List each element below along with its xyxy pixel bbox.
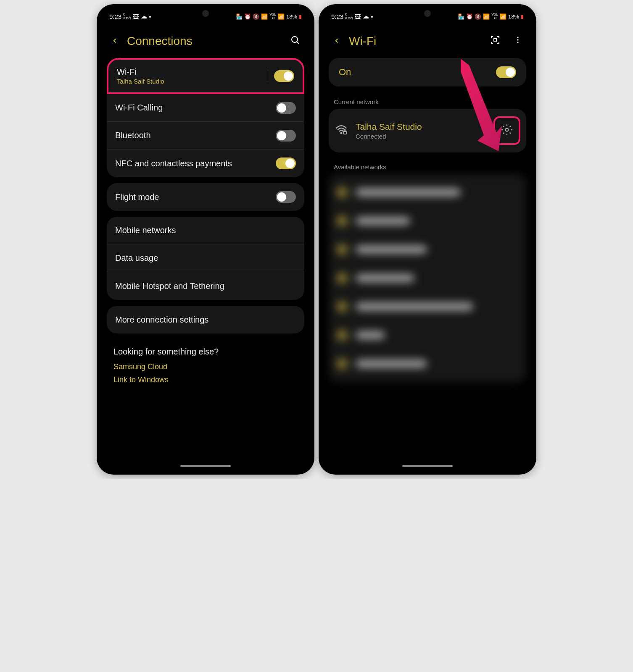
data-usage-label: Data usage: [115, 253, 158, 263]
mute-icon: 🔇: [253, 13, 259, 20]
cloud-icon: ☁: [141, 13, 147, 20]
back-icon[interactable]: [333, 35, 340, 47]
battery-icon: ▮: [521, 13, 524, 20]
status-time: 9:23: [331, 13, 343, 20]
more-card: More connection settings: [107, 306, 304, 333]
signal-icon: 📶: [278, 13, 285, 20]
lte-icon: VoLLTE: [491, 13, 498, 20]
alarm-icon: ⏰: [466, 13, 473, 20]
wifi-row-highlighted[interactable]: Wi-Fi Talha Saif Studio: [107, 58, 304, 94]
flight-card: Flight mode: [107, 183, 304, 211]
nfc-label: NFC and contactless payments: [115, 159, 276, 168]
more-row[interactable]: More connection settings: [107, 306, 304, 333]
header: Wi-Fi: [323, 22, 532, 58]
available-networks-blurred: [329, 174, 526, 382]
wifi-calling-row[interactable]: Wi-Fi Calling: [107, 94, 304, 122]
dot-icon: •: [149, 13, 151, 20]
current-network-label: Current network: [323, 96, 532, 109]
svg-rect-8: [343, 131, 347, 134]
lte-icon: VoLLTE: [269, 13, 276, 20]
hotspot-label: Mobile Hotspot and Tethering: [115, 281, 224, 291]
network-settings-button[interactable]: [493, 116, 520, 145]
data-usage-row[interactable]: Data usage: [107, 244, 304, 272]
network-name: Talha Saif Studio: [356, 122, 486, 132]
wifi-label: Wi-Fi: [117, 67, 268, 77]
camera-notch: [202, 10, 209, 17]
network-card: Mobile networks Data usage Mobile Hotspo…: [107, 217, 304, 300]
phone-left: 9:23 0KB/s 🖼 ☁ • 🏪 ⏰ 🔇 📶 VoLLTE 📶 13% ▮: [97, 4, 314, 475]
svg-point-7: [341, 133, 342, 134]
hotspot-row[interactable]: Mobile Hotspot and Tethering: [107, 272, 304, 300]
bluetooth-label: Bluetooth: [115, 131, 276, 140]
available-networks-label: Available networks: [323, 161, 532, 174]
status-speed: 0KB/s: [345, 13, 353, 20]
svg-point-4: [517, 37, 518, 38]
footer-link-link-to-windows[interactable]: Link to Windows: [113, 375, 298, 384]
signal-icon: 📶: [500, 13, 506, 20]
more-label: More connection settings: [115, 315, 208, 325]
gallery-icon: 🖼: [133, 13, 139, 20]
wifi-sublabel: Talha Saif Studio: [117, 78, 268, 85]
store-icon: 🏪: [236, 13, 243, 20]
battery-text: 13%: [508, 13, 519, 20]
qr-scan-icon[interactable]: [490, 35, 500, 47]
nav-bar[interactable]: [402, 465, 453, 467]
on-label: On: [339, 67, 496, 78]
search-icon[interactable]: [290, 35, 300, 47]
wifi-status-icon: 📶: [483, 13, 490, 20]
current-network-card: Talha Saif Studio Connected: [329, 109, 526, 152]
footer-link-samsung-cloud[interactable]: Samsung Cloud: [113, 362, 298, 371]
status-time: 9:23: [109, 13, 121, 20]
nfc-toggle[interactable]: [276, 158, 296, 169]
flight-toggle[interactable]: [276, 191, 296, 203]
nav-bar[interactable]: [180, 465, 231, 467]
footer-heading: Looking for something else?: [113, 347, 298, 357]
gallery-icon: 🖼: [355, 13, 361, 20]
svg-point-9: [506, 129, 509, 131]
wifi-calling-toggle[interactable]: [276, 102, 296, 114]
battery-text: 13%: [286, 13, 297, 20]
camera-notch: [424, 10, 431, 17]
svg-line-1: [297, 42, 299, 44]
connections-card-1: Wi-Fi Calling Bluetooth NFC and contactl…: [107, 94, 304, 177]
wifi-on-row[interactable]: On: [329, 58, 526, 87]
svg-point-0: [292, 37, 298, 42]
nfc-row[interactable]: NFC and contactless payments: [107, 150, 304, 177]
mute-icon: 🔇: [475, 13, 481, 20]
more-icon[interactable]: [514, 36, 522, 47]
page-title: Wi-Fi: [349, 34, 477, 48]
mobile-networks-row[interactable]: Mobile networks: [107, 217, 304, 244]
svg-rect-3: [494, 39, 496, 41]
bluetooth-row[interactable]: Bluetooth: [107, 122, 304, 150]
current-network-row[interactable]: Talha Saif Studio Connected: [329, 109, 526, 152]
battery-icon: ▮: [299, 13, 302, 20]
mobile-networks-label: Mobile networks: [115, 226, 176, 235]
wifi-calling-label: Wi-Fi Calling: [115, 103, 276, 113]
screen-connections: 9:23 0KB/s 🖼 ☁ • 🏪 ⏰ 🔇 📶 VoLLTE 📶 13% ▮: [101, 8, 310, 470]
bluetooth-toggle[interactable]: [276, 130, 296, 142]
flight-label: Flight mode: [115, 192, 276, 202]
wifi-master-toggle[interactable]: [496, 66, 516, 78]
gear-icon: [501, 124, 513, 136]
wifi-status-icon: 📶: [261, 13, 268, 20]
flight-row[interactable]: Flight mode: [107, 183, 304, 211]
dot-icon: •: [371, 13, 373, 20]
status-speed: 0KB/s: [123, 13, 131, 20]
screen-wifi: 9:23 0KB/s 🖼 ☁ • 🏪 ⏰ 🔇 📶 VoLLTE 📶 13% ▮: [323, 8, 532, 470]
svg-point-6: [517, 42, 518, 43]
back-icon[interactable]: [111, 35, 119, 47]
alarm-icon: ⏰: [244, 13, 251, 20]
svg-point-5: [517, 39, 518, 40]
footer-section: Looking for something else? Samsung Clou…: [101, 339, 310, 392]
wifi-toggle[interactable]: [274, 70, 294, 82]
cloud-icon: ☁: [363, 13, 369, 20]
page-title: Connections: [127, 34, 277, 48]
wifi-secure-icon: [335, 123, 348, 138]
network-status: Connected: [356, 133, 486, 140]
header: Connections: [101, 22, 310, 58]
divider: [268, 70, 268, 82]
store-icon: 🏪: [458, 13, 464, 20]
phone-right: 9:23 0KB/s 🖼 ☁ • 🏪 ⏰ 🔇 📶 VoLLTE 📶 13% ▮: [319, 4, 536, 475]
